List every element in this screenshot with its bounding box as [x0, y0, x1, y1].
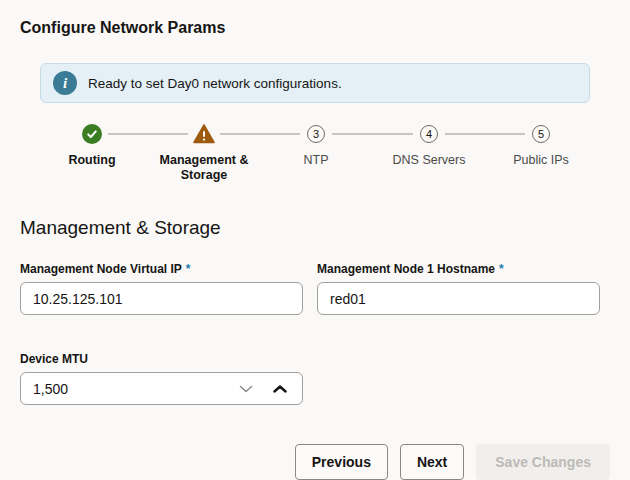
device-mtu-stepper — [20, 372, 303, 405]
stepper-step-label: DNS Servers — [374, 153, 484, 168]
warning-icon — [193, 124, 215, 144]
required-marker: * — [186, 262, 191, 276]
field-label: Device MTU — [20, 352, 610, 366]
stepper-step-dns-servers[interactable]: 4 DNS Servers — [374, 124, 484, 168]
field-label: Management Node 1 Hostname* — [317, 262, 600, 276]
field-label-text: Management Node 1 Hostname — [317, 262, 495, 276]
previous-button[interactable]: Previous — [295, 444, 388, 480]
management-node-virtual-ip-input[interactable] — [20, 282, 303, 315]
save-changes-button[interactable]: Save Changes — [476, 444, 610, 480]
field-label: Management Node Virtual IP* — [20, 262, 303, 276]
stepper-step-ntp[interactable]: 3 NTP — [261, 124, 371, 168]
info-banner-message: Ready to set Day0 network configurations… — [88, 76, 342, 91]
stepper-step-label: NTP — [261, 153, 371, 168]
step-number-badge: 5 — [532, 125, 550, 143]
stepper-step-routing[interactable]: Routing — [37, 124, 147, 168]
section-heading: Management & Storage — [20, 216, 610, 239]
management-node-1-hostname-input[interactable] — [317, 282, 600, 315]
stepper-step-management-storage[interactable]: Management & Storage — [149, 124, 259, 183]
page-title: Configure Network Params — [20, 18, 610, 38]
step-number-badge: 3 — [307, 125, 325, 143]
field-device-mtu: Device MTU — [20, 352, 610, 405]
required-marker: * — [499, 262, 504, 276]
field-management-node-1-hostname: Management Node 1 Hostname* — [317, 262, 600, 315]
wizard-stepper: Routing Management & Storage 3 NTP — [20, 124, 610, 194]
chevron-up-icon[interactable] — [265, 372, 295, 405]
check-icon — [82, 124, 102, 144]
stepper-step-label: Routing — [37, 153, 147, 168]
step-number-badge: 4 — [420, 125, 438, 143]
configure-network-params-page: Configure Network Params i Ready to set … — [0, 0, 630, 480]
action-buttons: Previous Next Save Changes — [20, 444, 610, 480]
info-banner: i Ready to set Day0 network configuratio… — [40, 63, 590, 103]
field-label-text: Management Node Virtual IP — [20, 262, 182, 276]
form-row: Management Node Virtual IP* Management N… — [20, 262, 610, 315]
stepper-step-public-ips[interactable]: 5 Public IPs — [486, 124, 596, 168]
chevron-down-icon[interactable] — [231, 372, 261, 405]
info-icon: i — [53, 71, 77, 95]
stepper-step-label: Public IPs — [486, 153, 596, 168]
field-management-node-virtual-ip: Management Node Virtual IP* — [20, 262, 303, 315]
stepper-step-label: Management & Storage — [149, 153, 259, 183]
next-button[interactable]: Next — [400, 444, 464, 480]
